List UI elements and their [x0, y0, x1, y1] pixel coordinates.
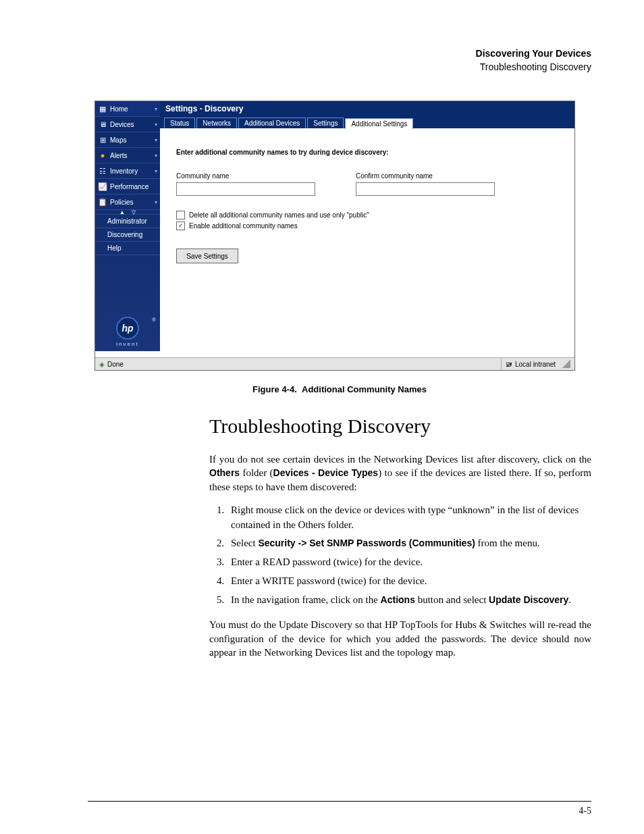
- enable-communities-checkbox[interactable]: ✓: [176, 221, 185, 230]
- chevron-down-icon: ▾: [155, 106, 157, 112]
- figure-title: Additional Community Names: [302, 384, 427, 394]
- app-screenshot: ▦ Home ▾ 🖥 Devices ▾ ⊞ Maps ▾ ● Alerts ▾…: [95, 101, 575, 371]
- footer-rule: [88, 801, 591, 802]
- figure-caption: Figure 4-4. Additional Community Names: [88, 384, 591, 394]
- form-area: Enter additional community names to try …: [160, 128, 574, 284]
- intro-paragraph: If you do not see certain devices in the…: [209, 452, 591, 494]
- sidebar-item-label: Discovering: [107, 231, 142, 238]
- step-item: Enter a READ password (twice) for the de…: [227, 555, 591, 570]
- status-bar: ◈ Done 🖳 Local intranet: [95, 357, 574, 370]
- collapse-down-icon[interactable]: ▽: [132, 209, 136, 215]
- sidebar-item-label: Policies: [110, 199, 133, 206]
- tab-networks[interactable]: Networks: [196, 118, 237, 128]
- chevron-down-icon: ▾: [155, 168, 157, 174]
- collapse-up-icon[interactable]: ▲: [119, 209, 125, 215]
- sidebar-item-label: Alerts: [110, 152, 128, 159]
- sidebar-item-alerts[interactable]: ● Alerts ▾: [95, 148, 160, 163]
- chevron-down-icon: ▾: [155, 153, 157, 159]
- form-lead-text: Enter additional community names to try …: [176, 149, 558, 156]
- sidebar-item-policies[interactable]: 📋 Policies ▾: [95, 194, 160, 210]
- tab-status[interactable]: Status: [164, 118, 195, 128]
- sidebar-item-label: Help: [107, 244, 122, 252]
- sidebar-item-label: Administrator: [107, 217, 147, 225]
- tab-additional-settings[interactable]: Additional Settings: [345, 118, 413, 129]
- confirm-community-name-label: Confirm community name: [356, 172, 495, 180]
- grid-icon: ▦: [98, 104, 107, 113]
- enable-communities-label: Enable additional community names: [189, 222, 298, 230]
- hp-logo-icon: hp: [116, 317, 139, 340]
- chevron-down-icon: ▾: [155, 137, 157, 143]
- sidebar-item-help[interactable]: Help: [95, 242, 160, 255]
- brand-tagline: invent: [95, 341, 160, 347]
- tab-settings[interactable]: Settings: [307, 118, 344, 128]
- sidebar-item-label: Maps: [110, 136, 126, 144]
- sidebar-item-label: Inventory: [110, 167, 138, 175]
- sidebar-item-performance[interactable]: 📈 Performance: [95, 179, 160, 194]
- alert-icon: ●: [98, 151, 107, 160]
- performance-icon: 📈: [98, 182, 107, 191]
- page-header: Discovering Your Devices Troubleshooting…: [88, 47, 591, 74]
- steps-list: Right mouse click on the device or devic…: [209, 503, 591, 608]
- maps-icon: ⊞: [98, 135, 107, 145]
- resize-grip-icon[interactable]: [562, 360, 570, 368]
- section-title: Troubleshooting Discovery: [480, 61, 591, 72]
- section-heading: Troubleshooting Discovery: [209, 415, 591, 438]
- outro-paragraph: You must do the Update Discovery so that…: [209, 618, 591, 659]
- policies-icon: 📋: [98, 197, 107, 207]
- brand-logo: ® hp invent: [95, 317, 160, 347]
- step-item: Right mouse click on the device or devic…: [227, 503, 591, 533]
- inventory-icon: ☷: [98, 166, 107, 176]
- sidebar-item-label: Home: [110, 105, 128, 113]
- zone-text: Local intranet: [515, 361, 556, 368]
- delete-communities-checkbox[interactable]: [176, 211, 185, 219]
- chevron-down-icon: ▾: [155, 122, 157, 128]
- community-name-input[interactable]: [176, 182, 315, 196]
- zone-icon: 🖳: [506, 361, 512, 368]
- main-panel: Settings - Discovery Status Networks Add…: [160, 101, 574, 351]
- sidebar-item-label: Devices: [110, 121, 134, 128]
- ie-page-icon: ◈: [99, 361, 105, 368]
- sidebar-item-inventory[interactable]: ☷ Inventory ▾: [95, 163, 160, 179]
- step-item: In the navigation frame, click on the Ac…: [227, 593, 591, 608]
- chevron-down-icon: ▾: [155, 199, 157, 205]
- save-settings-button[interactable]: Save Settings: [176, 249, 238, 263]
- sidebar: ▦ Home ▾ 🖥 Devices ▾ ⊞ Maps ▾ ● Alerts ▾…: [95, 101, 160, 351]
- status-text: Done: [107, 361, 124, 368]
- sidebar-item-devices[interactable]: 🖥 Devices ▾: [95, 117, 160, 132]
- community-name-label: Community name: [176, 172, 315, 180]
- tab-additional-devices[interactable]: Additional Devices: [238, 118, 306, 128]
- sidebar-item-label: Performance: [110, 183, 149, 190]
- page-number: 4-5: [579, 806, 591, 816]
- step-item: Select Security -> Set SNMP Passwords (C…: [227, 536, 591, 551]
- figure-label: Figure 4-4.: [252, 384, 297, 394]
- confirm-community-name-input[interactable]: [356, 182, 495, 196]
- sidebar-item-home[interactable]: ▦ Home ▾: [95, 101, 160, 117]
- body-content: Troubleshooting Discovery If you do not …: [209, 415, 591, 659]
- chapter-title: Discovering Your Devices: [476, 48, 591, 59]
- registered-icon: ®: [152, 317, 156, 323]
- tab-bar: Status Networks Additional Devices Setti…: [160, 116, 574, 128]
- panel-title: Settings - Discovery: [160, 101, 574, 116]
- delete-communities-label: Delete all additional community names an…: [189, 211, 369, 219]
- devices-icon: 🖥: [98, 120, 107, 129]
- sidebar-item-administrator[interactable]: Administrator: [95, 215, 160, 228]
- sidebar-item-maps[interactable]: ⊞ Maps ▾: [95, 132, 160, 148]
- step-item: Enter a WRITE password (twice) for the d…: [227, 574, 591, 589]
- sidebar-item-discovering[interactable]: Discovering: [95, 228, 160, 242]
